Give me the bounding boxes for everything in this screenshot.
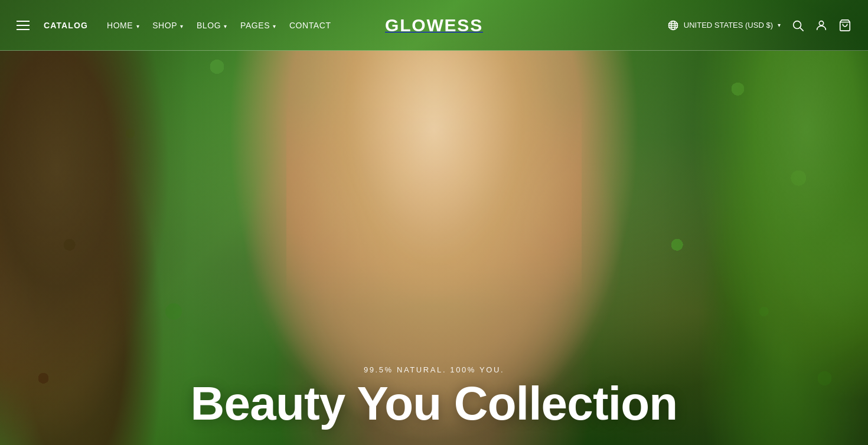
hero-section: 99.5% NATURAL. 100% YOU. Beauty You Coll… <box>0 0 868 445</box>
account-button[interactable] <box>815 19 828 32</box>
hero-tagline: 99.5% NATURAL. 100% YOU. <box>0 365 868 374</box>
nav-link-shop[interactable]: SHOP ▾ <box>148 18 188 32</box>
chevron-down-icon: ▾ <box>178 23 184 30</box>
header-left: CATALOG HOME ▾ SHOP ▾ BLOG ▾ <box>17 20 434 31</box>
nav-item-blog[interactable]: BLOG ▾ <box>192 20 232 31</box>
svg-point-7 <box>819 21 823 25</box>
nav-link-pages[interactable]: PAGES ▾ <box>236 18 281 32</box>
header-right: UNITED STATES (USD $) ▾ <box>434 19 851 32</box>
hamburger-menu-icon[interactable] <box>17 21 30 30</box>
nav-item-pages[interactable]: PAGES ▾ <box>236 20 281 31</box>
hero-text-overlay: 99.5% NATURAL. 100% YOU. Beauty You Coll… <box>0 365 868 445</box>
user-icon <box>815 19 828 32</box>
catalog-link[interactable]: CATALOG <box>44 21 88 30</box>
site-header: CATALOG HOME ▾ SHOP ▾ BLOG ▾ <box>0 0 868 51</box>
search-button[interactable] <box>791 19 804 32</box>
nav-link-blog[interactable]: BLOG ▾ <box>192 18 232 32</box>
currency-selector[interactable]: UNITED STATES (USD $) ▾ <box>667 19 781 31</box>
chevron-down-icon: ▾ <box>271 23 276 30</box>
currency-chevron-icon: ▾ <box>778 22 781 28</box>
main-nav: HOME ▾ SHOP ▾ BLOG ▾ PAGES ▾ <box>102 20 336 31</box>
logo-text: GLOWESS <box>385 15 483 35</box>
hero-title: Beauty You Collection <box>0 380 868 427</box>
chevron-down-icon: ▾ <box>222 23 227 30</box>
search-icon <box>791 19 804 32</box>
logo-link[interactable]: GLOWESS <box>385 15 483 35</box>
globe-icon <box>667 19 679 31</box>
nav-item-home[interactable]: HOME ▾ <box>102 20 144 31</box>
nav-item-contact[interactable]: CONTACT <box>285 20 336 31</box>
nav-item-shop[interactable]: SHOP ▾ <box>148 20 188 31</box>
nav-menu: HOME ▾ SHOP ▾ BLOG ▾ PAGES ▾ <box>102 20 336 31</box>
currency-label: UNITED STATES (USD $) <box>684 21 773 30</box>
chevron-down-icon: ▾ <box>134 23 139 30</box>
header-center: GLOWESS <box>385 15 483 35</box>
svg-line-6 <box>800 28 803 31</box>
cart-icon <box>838 19 851 32</box>
cart-button[interactable] <box>838 19 851 32</box>
nav-link-contact[interactable]: CONTACT <box>285 18 336 32</box>
nav-link-home[interactable]: HOME ▾ <box>102 18 144 32</box>
